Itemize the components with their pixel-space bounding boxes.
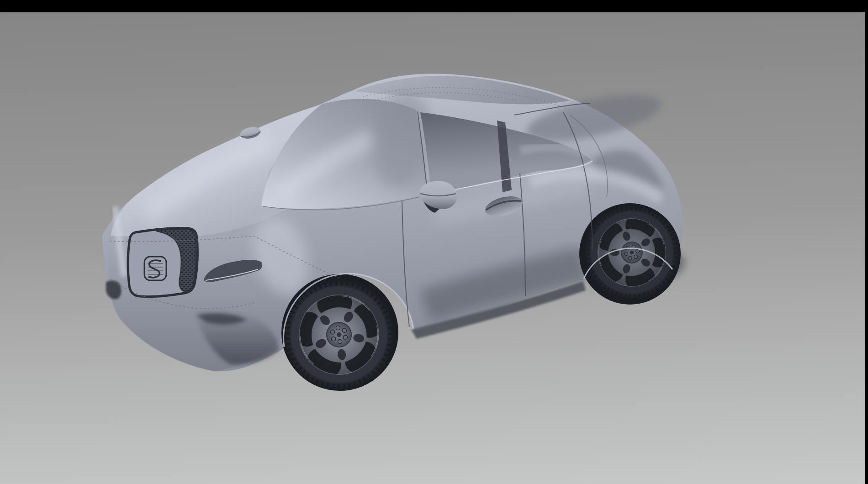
render-viewport[interactable]	[0, 0, 868, 484]
rear-wheel-shade	[584, 205, 680, 300]
letterbox-top-bar	[0, 0, 868, 12]
front-grille	[128, 228, 197, 296]
bumper-corner-vent	[106, 281, 121, 300]
letterbox-right-bar	[865, 0, 868, 484]
car-model	[102, 74, 691, 397]
car-render-canvas	[0, 0, 868, 484]
